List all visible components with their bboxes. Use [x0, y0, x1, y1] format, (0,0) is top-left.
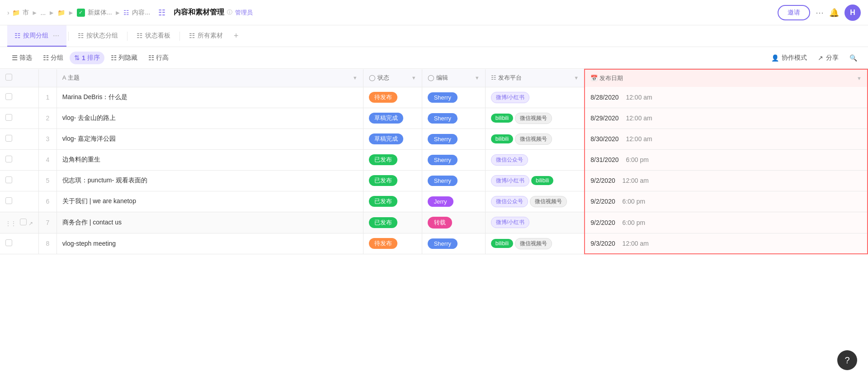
col-header-date[interactable]: 📅发布日期 ▼: [585, 69, 868, 87]
table-row: 1 Marina DeBris：什么是 待发布 Sherry 微博/小红书 8/…: [0, 87, 868, 108]
title-col-icon: A: [62, 74, 66, 81]
breadcrumb-content[interactable]: 内容...: [132, 9, 150, 17]
row-title[interactable]: vlog- 嘉定海洋公园: [57, 129, 363, 149]
row-editor[interactable]: Jerry: [422, 191, 485, 212]
row-checkbox[interactable]: [5, 93, 12, 100]
status-col-sort[interactable]: ▼: [411, 75, 416, 81]
col-header-platform[interactable]: ☷发布平台 ▼: [485, 69, 585, 87]
row-checkbox[interactable]: [5, 197, 12, 204]
row-checkbox[interactable]: [5, 239, 12, 246]
filter-button[interactable]: ☰ 筛选: [7, 52, 37, 64]
tab-add-icon[interactable]: +: [230, 31, 242, 41]
row-status[interactable]: 已发布: [363, 170, 422, 191]
share-icon: ↗: [818, 54, 823, 62]
avatar[interactable]: H: [844, 5, 861, 21]
row-num: 2: [38, 108, 57, 129]
row-title[interactable]: 商务合作 | contact us: [57, 212, 363, 233]
row-status[interactable]: 草稿完成: [363, 108, 422, 129]
tab-all-materials[interactable]: ☷ 所有素材: [182, 25, 230, 47]
row-editor[interactable]: Sherry: [422, 149, 485, 170]
row-platform[interactable]: bilibili微信视频号: [485, 129, 585, 149]
tab-more-week[interactable]: ⋯: [53, 32, 59, 39]
row-editor[interactable]: Sherry: [422, 87, 485, 108]
row-editor[interactable]: Sherry: [422, 108, 485, 129]
bell-icon[interactable]: 🔔: [829, 8, 839, 18]
row-checkbox[interactable]: [5, 156, 12, 162]
page-title-icon: ☷: [158, 8, 165, 18]
col-header-editor[interactable]: ◯编辑 ▼: [422, 69, 485, 87]
row-editor[interactable]: Sherry: [422, 129, 485, 149]
search-button[interactable]: 🔍: [846, 52, 861, 64]
hide-cols-button[interactable]: ☷ 列隐藏: [106, 52, 142, 64]
row-title[interactable]: vlog-steph meeting: [57, 233, 363, 254]
status-badge: 已发布: [369, 175, 397, 186]
row-status[interactable]: 已发布: [363, 191, 422, 212]
collab-button[interactable]: 👤 协作模式: [768, 52, 811, 64]
top-bar-right: 邀请 ⋯ 🔔 H: [778, 5, 861, 21]
editor-col-sort[interactable]: ▼: [475, 75, 480, 81]
row-check-cell: [0, 108, 38, 129]
data-table-container: A主题 ▼ ◯状态 ▼ ◯编辑 ▼: [0, 69, 868, 254]
row-title[interactable]: vlog- 去金山的路上: [57, 108, 363, 129]
row-platform[interactable]: 微信公众号微信视频号: [485, 191, 585, 212]
editor-badge: Jerry: [428, 196, 453, 207]
row-platform[interactable]: 微博/小红书: [485, 87, 585, 108]
row-checkbox[interactable]: [5, 135, 12, 142]
breadcrumb-new-media[interactable]: 新媒体...: [88, 9, 112, 17]
row-date[interactable]: 9/2/2020 12:00 am: [585, 170, 868, 191]
tab-week-group[interactable]: ☷ 按周分组 ⋯: [7, 25, 66, 47]
row-date[interactable]: 8/30/2020 12:00 am: [585, 129, 868, 149]
row-title[interactable]: 倪志琪：punctum- 观看表面的: [57, 170, 363, 191]
row-status[interactable]: 已发布: [363, 149, 422, 170]
platform-tag: 微博/小红书: [491, 92, 529, 103]
tab-status-group[interactable]: ☷ 按状态分组: [71, 25, 125, 47]
row-platform[interactable]: 微信公众号: [485, 149, 585, 170]
row-editor[interactable]: Sherry: [422, 233, 485, 254]
date-col-sort[interactable]: ▼: [857, 76, 862, 81]
platform-tag: bilibili: [491, 114, 513, 123]
title-col-sort[interactable]: ▼: [353, 75, 358, 81]
row-status[interactable]: 已发布: [363, 212, 422, 233]
group-button[interactable]: ☷ 分组: [38, 52, 68, 64]
row-platform[interactable]: 微博/小红书bilibili: [485, 170, 585, 191]
select-all-checkbox[interactable]: [5, 74, 12, 81]
nav-arrow[interactable]: ›: [7, 9, 9, 16]
row-title[interactable]: 关于我们 | we are kanetop: [57, 191, 363, 212]
sort-button[interactable]: ⇅ 1 排序: [70, 52, 104, 64]
row-date[interactable]: 9/2/2020 6:00 pm: [585, 191, 868, 212]
row-status[interactable]: 待发布: [363, 233, 422, 254]
row-editor[interactable]: Sherry: [422, 170, 485, 191]
row-date[interactable]: 9/2/2020 6:00 pm: [585, 212, 868, 233]
row-platform[interactable]: bilibili微信视频号: [485, 233, 585, 254]
row-status[interactable]: 待发布: [363, 87, 422, 108]
row-expand-icon[interactable]: ↗: [28, 220, 33, 227]
row-editor[interactable]: 转载: [422, 212, 485, 233]
row-title[interactable]: Marina DeBris：什么是: [57, 87, 363, 108]
more-icon[interactable]: ⋯: [816, 8, 824, 18]
tab-status-board[interactable]: ☷ 状态看板: [129, 25, 178, 47]
row-checkbox[interactable]: [5, 176, 12, 183]
hide-cols-label: 列隐藏: [118, 54, 137, 62]
row-date[interactable]: 9/3/2020 12:00 am: [585, 233, 868, 254]
row-title[interactable]: 边角料的重生: [57, 149, 363, 170]
row-status[interactable]: 草稿完成: [363, 129, 422, 149]
platform-col-sort[interactable]: ▼: [574, 75, 579, 81]
row-drag-handle[interactable]: ⋮⋮: [5, 220, 16, 227]
row-checkbox[interactable]: [5, 114, 12, 121]
col-header-title[interactable]: A主题 ▼: [57, 69, 363, 87]
info-icon[interactable]: ⓘ: [227, 9, 232, 16]
share-button[interactable]: ↗ 分享: [814, 52, 842, 64]
row-checkbox[interactable]: [20, 219, 27, 225]
col-header-check[interactable]: [0, 69, 38, 87]
row-date[interactable]: 8/29/2020 12:00 am: [585, 108, 868, 129]
editor-badge: Sherry: [428, 92, 458, 103]
row-height-button[interactable]: ☷ 行高: [144, 52, 173, 64]
breadcrumb-dots[interactable]: ...: [41, 9, 46, 16]
invite-button[interactable]: 邀请: [778, 5, 810, 20]
row-date[interactable]: 8/28/2020 12:00 am: [585, 87, 868, 108]
row-date[interactable]: 8/31/2020 6:00 pm: [585, 149, 868, 170]
breadcrumb-item1[interactable]: 市: [23, 9, 29, 17]
row-platform[interactable]: 微博/小红书: [485, 212, 585, 233]
col-header-status[interactable]: ◯状态 ▼: [363, 69, 422, 87]
row-platform[interactable]: bilibili微信视频号: [485, 108, 585, 129]
